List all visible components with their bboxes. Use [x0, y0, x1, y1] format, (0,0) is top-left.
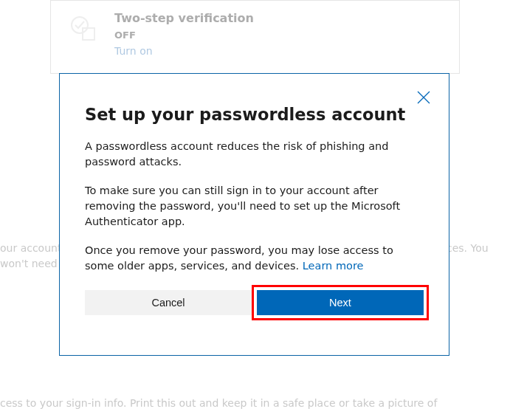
two-step-status: OFF	[114, 30, 254, 41]
dialog-paragraph-3: Once you remove your password, you may l…	[85, 243, 424, 274]
passwordless-dialog: Set up your passwordless account A passw…	[59, 73, 449, 356]
dialog-title: Set up your passwordless account	[85, 105, 424, 124]
two-step-title: Two-step verification	[114, 11, 254, 25]
learn-more-link[interactable]: Learn more	[303, 260, 364, 272]
dialog-paragraph-1: A passwordless account reduces the risk …	[85, 139, 424, 170]
cancel-button[interactable]: Cancel	[85, 290, 252, 315]
two-step-turn-on: Turn on	[114, 45, 254, 57]
two-step-card: Two-step verification OFF Turn on	[50, 0, 460, 74]
svg-point-0	[72, 17, 88, 33]
close-icon	[416, 90, 431, 105]
button-row: Cancel Next	[85, 290, 424, 315]
dialog-paragraph-2: To make sure you can still sign in to yo…	[85, 183, 424, 230]
bg-text-lower: cess to your sign-in info. Print this ou…	[0, 396, 510, 411]
shield-check-icon	[69, 14, 98, 44]
next-button[interactable]: Next	[257, 290, 424, 315]
close-button[interactable]	[412, 86, 435, 109]
svg-rect-1	[83, 28, 94, 40]
next-highlight: Next	[252, 285, 429, 320]
